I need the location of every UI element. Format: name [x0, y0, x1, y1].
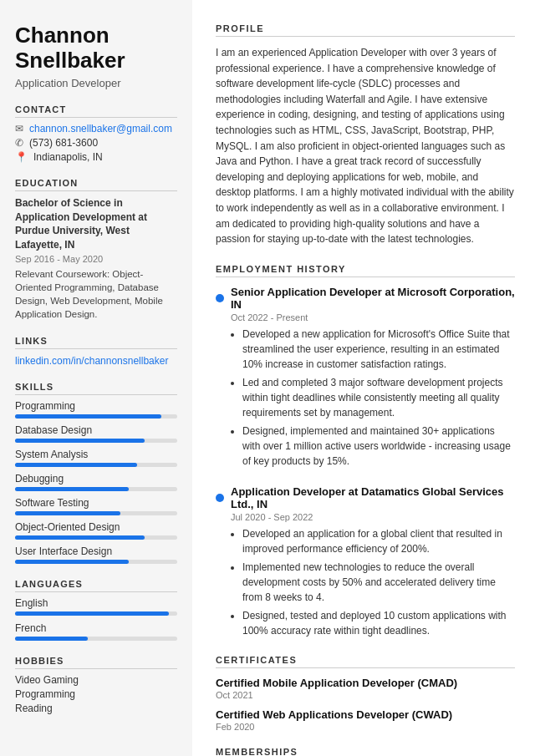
- languages-heading: Languages: [15, 579, 177, 592]
- language-bar-fill: [15, 637, 88, 641]
- job-date: Jul 2020 - Sep 2022: [231, 512, 515, 522]
- job-dot: [216, 494, 224, 502]
- skill-bar-bg: [15, 511, 177, 515]
- skill-label: Database Design: [15, 424, 177, 436]
- skill-label: Debugging: [15, 473, 177, 485]
- email-item: ✉ channon.snellbaker@gmail.com: [15, 123, 177, 134]
- job-bullet: Designed, tested and deployed 10 custom …: [242, 608, 515, 638]
- language-label: English: [15, 597, 177, 609]
- cert-name: Certified Web Applications Developer (CW…: [216, 708, 515, 721]
- certificate-item: Certified Mobile Application Developer (…: [216, 677, 515, 700]
- job-bullet: Implemented new technologies to reduce t…: [242, 560, 515, 605]
- skill-item: Database Design: [15, 424, 177, 443]
- job-title: Senior Application Developer at Microsof…: [216, 286, 515, 311]
- languages-list: English French: [15, 597, 177, 641]
- job-title: Application Developer at Datamatics Glob…: [216, 485, 515, 510]
- job-title-sidebar: Application Developer: [15, 77, 177, 89]
- skill-label: Object-Oriented Design: [15, 521, 177, 533]
- skill-bar-bg: [15, 414, 177, 419]
- location-text: Indianapolis, IN: [33, 151, 103, 163]
- job-dot: [216, 294, 224, 302]
- hobbies-list: Video GamingProgrammingReading: [15, 674, 177, 714]
- skill-item: User Interface Design: [15, 545, 177, 564]
- cert-date: Oct 2021: [216, 690, 515, 700]
- hobby-item: Reading: [15, 703, 177, 714]
- sidebar: Channon Snellbaker Application Developer…: [0, 0, 192, 756]
- phone-text: (573) 681-3600: [29, 137, 98, 149]
- skill-label: User Interface Design: [15, 545, 177, 557]
- certificates-heading: Certificates: [216, 655, 515, 668]
- language-bar-bg: [15, 637, 177, 641]
- employment-heading: Employment History: [216, 264, 515, 277]
- skill-bar-fill: [15, 414, 161, 419]
- language-bar-fill: [15, 611, 169, 616]
- job-title-text: Application Developer at Datamatics Glob…: [231, 485, 515, 510]
- cert-date: Feb 2020: [216, 722, 515, 732]
- skill-bar-bg: [15, 487, 177, 491]
- email-link[interactable]: channon.snellbaker@gmail.com: [29, 123, 172, 134]
- memberships-section: Memberships Association for Computing Ma…: [216, 747, 515, 756]
- profile-heading: Profile: [216, 23, 515, 37]
- skill-bar-fill: [15, 439, 145, 443]
- skill-bar-fill: [15, 463, 137, 467]
- education-degree: Bachelor of Science in Application Devel…: [15, 196, 177, 252]
- links-heading: Links: [15, 336, 177, 349]
- skill-bar-bg: [15, 560, 177, 564]
- job-bullet: Led and completed 3 major software devel…: [242, 375, 515, 420]
- skill-bar-bg: [15, 535, 177, 540]
- job-bullet: Developed an application for a global cl…: [242, 526, 515, 556]
- job-entry: Senior Application Developer at Microsof…: [216, 286, 515, 469]
- linkedin-link[interactable]: linkedin.com/in/channonsnellbaker: [15, 355, 168, 367]
- skill-label: System Analysis: [15, 449, 177, 460]
- language-bar-bg: [15, 611, 177, 616]
- certs-list: Certified Mobile Application Developer (…: [216, 677, 515, 732]
- profile-section: Profile I am an experienced Application …: [216, 23, 515, 247]
- hobby-item: Programming: [15, 688, 177, 700]
- skill-bar-fill: [15, 511, 120, 515]
- skill-item: Debugging: [15, 473, 177, 491]
- education-heading: Education: [15, 178, 177, 191]
- phone-item: ✆ (573) 681-3600: [15, 137, 177, 149]
- skill-label: Software Testing: [15, 497, 177, 509]
- job-bullet: Developed a new application for Microsof…: [242, 327, 515, 372]
- education-date: Sep 2016 - May 2020: [15, 254, 177, 264]
- job-date: Oct 2022 - Present: [231, 312, 515, 322]
- job-bullets: Developed a new application for Microsof…: [231, 327, 515, 469]
- hobbies-heading: Hobbies: [15, 656, 177, 669]
- skill-bar-fill: [15, 535, 145, 540]
- skill-bar-bg: [15, 439, 177, 443]
- jobs-list: Senior Application Developer at Microsof…: [216, 286, 515, 638]
- skill-item: Software Testing: [15, 497, 177, 515]
- skill-bar-bg: [15, 463, 177, 467]
- location-item: 📍 Indianapolis, IN: [15, 151, 177, 163]
- skill-item: Object-Oriented Design: [15, 521, 177, 540]
- job-bullet: Designed, implemented and maintained 30+…: [242, 424, 515, 469]
- skill-bar-fill: [15, 487, 129, 491]
- location-icon: 📍: [15, 151, 28, 163]
- memberships-heading: Memberships: [216, 747, 515, 756]
- job-entry: Application Developer at Datamatics Glob…: [216, 485, 515, 638]
- profile-text: I am an experienced Application Develope…: [216, 45, 515, 247]
- employment-section: Employment History Senior Application De…: [216, 264, 515, 638]
- contact-heading: Contact: [15, 104, 177, 118]
- linkedin-link-item: linkedin.com/in/channonsnellbaker: [15, 354, 177, 367]
- job-title-text: Senior Application Developer at Microsof…: [231, 286, 515, 311]
- language-item: English: [15, 597, 177, 616]
- skills-list: Programming Database Design System Analy…: [15, 400, 177, 564]
- job-bullets: Developed an application for a global cl…: [231, 526, 515, 638]
- full-name: Channon Snellbaker: [15, 23, 177, 74]
- skills-heading: Skills: [15, 382, 177, 395]
- skill-label: Programming: [15, 400, 177, 412]
- email-icon: ✉: [15, 123, 23, 134]
- language-label: French: [15, 622, 177, 634]
- language-item: French: [15, 622, 177, 641]
- skill-bar-fill: [15, 560, 129, 564]
- cert-name: Certified Mobile Application Developer (…: [216, 677, 515, 689]
- hobby-item: Video Gaming: [15, 674, 177, 686]
- education-coursework: Relevant Coursework: Object-Oriented Pro…: [15, 267, 177, 321]
- certificates-section: Certificates Certified Mobile Applicatio…: [216, 655, 515, 732]
- phone-icon: ✆: [15, 137, 23, 149]
- certificate-item: Certified Web Applications Developer (CW…: [216, 708, 515, 732]
- main-content: Profile I am an experienced Application …: [192, 0, 535, 756]
- name-title: Channon Snellbaker Application Developer: [15, 23, 177, 89]
